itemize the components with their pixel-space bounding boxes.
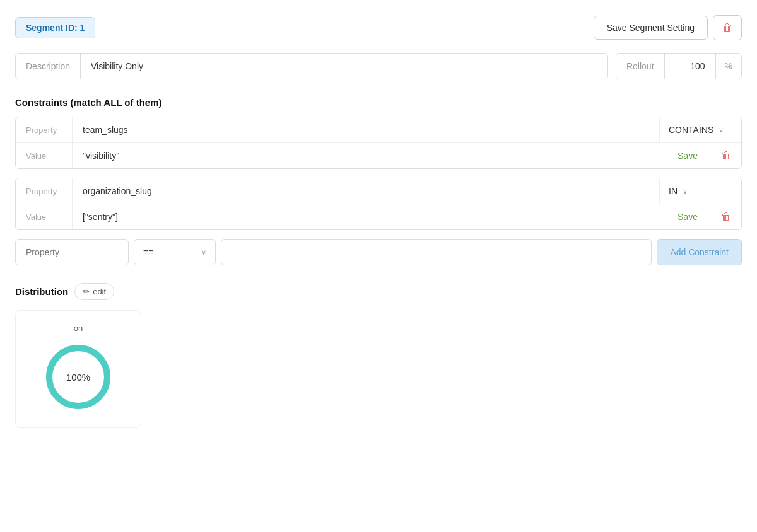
distribution-label: Distribution [15, 286, 68, 297]
operator-value-1: CONTAINS [669, 125, 713, 135]
rollout-section: Rollout % [616, 53, 742, 79]
new-constraint-row: == ∨ Add Constraint [15, 239, 742, 265]
chevron-down-icon-2: ∨ [683, 187, 688, 195]
constraints-title: Constraints (match ALL of them) [15, 97, 742, 108]
edit-distribution-button[interactable]: ✏ edit [74, 283, 114, 300]
property-input-1[interactable] [73, 117, 659, 142]
constraint-property-row-1: Property CONTAINS ∨ [16, 117, 741, 143]
save-constraint-button-2[interactable]: Save [666, 204, 710, 229]
description-input[interactable] [81, 54, 607, 79]
value-label-1: Value [16, 143, 73, 168]
trash-icon-1: 🗑 [721, 150, 731, 161]
rollout-label: Rollout [616, 54, 665, 79]
constraint-value-row-2: Value Save 🗑 [16, 204, 741, 229]
description-section: Description [15, 53, 608, 79]
rollout-unit: % [715, 54, 741, 79]
save-constraint-button-1[interactable]: Save [666, 143, 710, 168]
delete-segment-button[interactable]: 🗑 [713, 15, 742, 40]
segment-id-value: 1 [80, 23, 85, 33]
new-operator-value: == [143, 247, 153, 257]
property-label-1: Property [16, 117, 73, 142]
property-input-2[interactable] [73, 178, 659, 204]
description-label: Description [16, 54, 81, 79]
header-actions: Save Segment Setting 🗑 [594, 15, 742, 40]
delete-constraint-button-1[interactable]: 🗑 [710, 143, 741, 168]
header-row: Segment ID: 1 Save Segment Setting 🗑 [15, 15, 742, 40]
segment-id-label: Segment ID: [26, 23, 78, 33]
value-input-2[interactable] [73, 204, 666, 229]
trash-icon: 🗑 [722, 22, 732, 33]
distribution-card: on 100% [15, 310, 141, 428]
constraint-block-1: Property CONTAINS ∨ Value Save 🗑 [15, 117, 742, 169]
add-constraint-button[interactable]: Add Constraint [657, 239, 742, 265]
new-value-input[interactable] [221, 239, 652, 265]
new-operator-select[interactable]: == ∨ [134, 239, 216, 265]
distribution-section-title: Distribution ✏ edit [15, 283, 742, 300]
chevron-down-icon-new: ∨ [201, 248, 206, 257]
delete-constraint-button-2[interactable]: 🗑 [710, 204, 741, 229]
constraint-property-row-2: Property IN ∨ [16, 178, 741, 204]
constraint-block-2: Property IN ∨ Value Save 🗑 [15, 178, 742, 230]
new-property-input[interactable] [15, 239, 129, 265]
rollout-input[interactable] [665, 54, 715, 79]
operator-value-2: IN [669, 186, 678, 196]
value-label-2: Value [16, 204, 73, 229]
chevron-down-icon-1: ∨ [719, 126, 724, 134]
property-label-2: Property [16, 178, 73, 204]
segment-id-badge: Segment ID: 1 [15, 17, 95, 38]
pencil-icon: ✏ [83, 287, 90, 296]
value-input-1[interactable] [73, 143, 666, 168]
donut-center-text: 100% [66, 372, 90, 383]
distribution-on-label: on [74, 323, 83, 333]
donut-chart: 100% [40, 339, 116, 415]
desc-rollout-row: Description Rollout % [15, 53, 742, 79]
operator-selector-2[interactable]: IN ∨ [659, 178, 741, 204]
constraint-value-row-1: Value Save 🗑 [16, 143, 741, 168]
save-segment-button[interactable]: Save Segment Setting [594, 16, 708, 40]
trash-icon-2: 🗑 [721, 211, 731, 223]
operator-selector-1[interactable]: CONTAINS ∨ [659, 117, 741, 142]
edit-label: edit [93, 287, 106, 296]
